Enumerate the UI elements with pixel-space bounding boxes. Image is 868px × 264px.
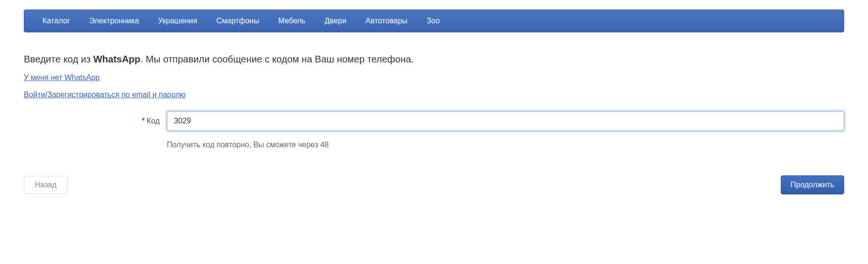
code-label: Код bbox=[147, 117, 160, 125]
button-row: Назад Продолжить bbox=[24, 175, 844, 194]
instruction-text: Введите код из WhatsApp. Мы отправили со… bbox=[24, 54, 844, 65]
back-button[interactable]: Назад bbox=[24, 176, 68, 194]
main-nav: Каталог Электронника Украшения Смартфоны… bbox=[24, 10, 844, 32]
required-mark: * bbox=[142, 117, 145, 125]
code-form-row: *Код bbox=[24, 111, 844, 131]
nav-item-catalog[interactable]: Каталог bbox=[24, 10, 80, 32]
continue-button[interactable]: Продолжить bbox=[781, 175, 844, 194]
instruction-bold: WhatsApp bbox=[93, 54, 141, 64]
nav-item-smartphones[interactable]: Смартфоны bbox=[207, 10, 269, 32]
resend-helper-text: Получить код повторно, Вы сможете через … bbox=[167, 141, 329, 149]
nav-item-electronics[interactable]: Электронника bbox=[80, 10, 148, 32]
nav-item-auto[interactable]: Автотовары bbox=[356, 10, 417, 32]
nav-item-doors[interactable]: Двери bbox=[315, 10, 356, 32]
login-email-link[interactable]: Войти/Зарегистрироваться по email и паро… bbox=[24, 91, 185, 99]
instruction-suffix: . Мы отправили сообщение с кодом на Ваш … bbox=[141, 54, 414, 64]
code-input[interactable] bbox=[167, 111, 844, 131]
main-content: Введите код из WhatsApp. Мы отправили со… bbox=[24, 54, 844, 194]
nav-item-zoo[interactable]: Зоо bbox=[417, 10, 449, 32]
no-whatsapp-link[interactable]: У меня нет WhatsApp bbox=[24, 73, 100, 82]
code-label-col: *Код bbox=[24, 117, 167, 125]
helper-row: Получить код повторно, Вы сможете через … bbox=[24, 141, 844, 149]
instruction-prefix: Введите код из bbox=[24, 54, 93, 64]
nav-item-jewelry[interactable]: Украшения bbox=[149, 10, 207, 32]
nav-item-furniture[interactable]: Мебель bbox=[269, 10, 315, 32]
